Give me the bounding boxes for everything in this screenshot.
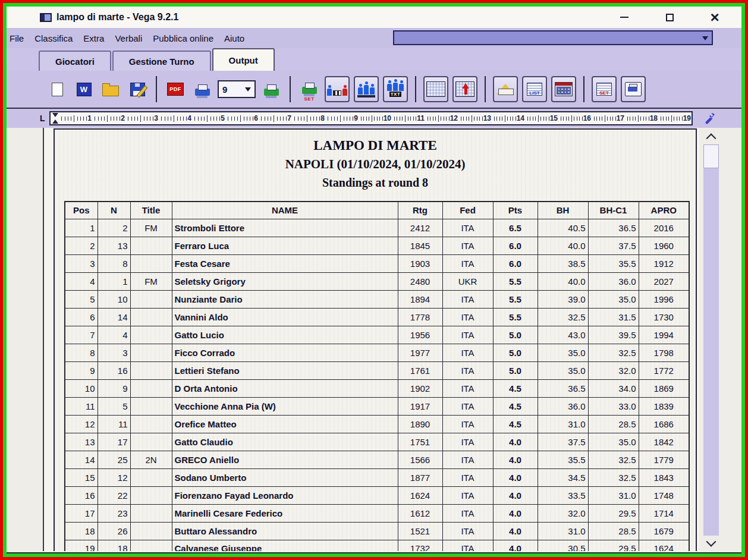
print-preview-button[interactable]: [260, 77, 282, 102]
table-cell: 6.5: [493, 219, 538, 237]
crosstable-button[interactable]: [423, 76, 448, 102]
ruler-number: 7: [287, 114, 292, 122]
menu-item-verbali[interactable]: Verbali: [109, 33, 147, 43]
font-size-select[interactable]: 9: [218, 80, 256, 98]
save-button[interactable]: [126, 77, 149, 102]
minimize-button[interactable]: [615, 9, 633, 26]
player-figure: [399, 84, 404, 91]
menu-item-file[interactable]: File: [7, 33, 29, 43]
table-cell: 13: [98, 237, 130, 254]
table-cell: 5.5: [493, 272, 538, 290]
table-row: 1317Gatto Claudio1751ITA4.037.535.01842: [65, 433, 689, 451]
tent-cards-button[interactable]: [493, 76, 518, 102]
table-cell: ITA: [442, 308, 493, 326]
print-report-button[interactable]: [621, 76, 646, 102]
ruler-number: 15: [549, 114, 558, 122]
open-tournament-button[interactable]: [99, 77, 122, 102]
ruler-number: 13: [483, 114, 492, 122]
ruler-unit: 8: [292, 112, 325, 124]
ruler-number: 3: [153, 114, 159, 122]
table-cell: 31.5: [588, 308, 639, 326]
table-cell: 2480: [398, 272, 442, 290]
table-cell: 9: [65, 361, 98, 379]
toolbar: W PDF 9 SET TXT LIST SET: [7, 71, 741, 109]
table-cell: 1751: [398, 433, 442, 451]
player-figure: [393, 83, 398, 91]
table-cell: Seletsky Grigory: [172, 272, 398, 290]
table-cell: Ferraro Luca: [172, 237, 398, 254]
players-list-button[interactable]: LIST: [522, 76, 547, 102]
ruler-settings-button[interactable]: [701, 111, 716, 126]
scroll-track[interactable]: [703, 168, 719, 536]
menu-item-extra[interactable]: Extra: [78, 33, 109, 43]
ruler-number: 18: [649, 114, 658, 122]
new-document-button[interactable]: [46, 77, 68, 102]
table-cell: [130, 379, 172, 397]
table-cell: 34.0: [588, 379, 639, 397]
table-cell: 34.5: [538, 468, 588, 486]
ruler-number: 9: [353, 114, 359, 122]
table-cell: 1839: [639, 397, 689, 415]
tab-output[interactable]: Output: [212, 48, 275, 71]
toolbar-separator: [290, 76, 291, 102]
close-button[interactable]: ×: [706, 9, 724, 26]
table-row: 614Vannini Aldo1778ITA5.532.531.51730: [65, 308, 689, 326]
calendar-icon: [555, 82, 573, 96]
table-cell: Sodano Umberto: [172, 468, 398, 486]
table-cell: 19: [65, 540, 98, 551]
vertical-scrollbar[interactable]: [701, 129, 721, 551]
table-row: 1211Orefice Matteo1890ITA4.531.028.51686: [65, 415, 689, 433]
table-cell: 2N: [130, 451, 172, 468]
menu-item-classifica[interactable]: Classifica: [29, 33, 78, 43]
list-doc-icon: LIST: [527, 83, 542, 96]
table-cell: 1903: [398, 254, 442, 272]
table-cell: 36.5: [538, 379, 588, 397]
table-row: 115Vecchione Anna Pia (W)1917ITA4.536.03…: [65, 397, 689, 415]
ruler-left-label: L: [40, 114, 49, 123]
table-cell: ITA: [442, 522, 493, 540]
tab-gestione-turno[interactable]: Gestione Turno: [112, 51, 211, 71]
print-button[interactable]: [191, 77, 213, 102]
margin-marker[interactable]: [52, 113, 59, 124]
ruler-number: 10: [383, 114, 392, 122]
table-cell: 1612: [398, 504, 442, 522]
pdf-export-button[interactable]: PDF: [164, 77, 187, 102]
chess-table-icon: [326, 83, 348, 96]
scroll-up-button[interactable]: [701, 129, 721, 144]
table-cell: ITA: [442, 219, 493, 237]
txt-export-button[interactable]: TXT: [383, 76, 408, 102]
table-cell: 11: [65, 397, 98, 415]
scroll-down-button[interactable]: [701, 536, 721, 551]
open-folder-icon: [102, 86, 119, 96]
sorted-crosstable-button[interactable]: [452, 76, 477, 102]
table-cell: 1902: [398, 379, 442, 397]
menu-item-pubblica-online[interactable]: Pubblica online: [147, 33, 219, 43]
outer-red-frame: lampo di marte - Vega 9.2.1 × FileClassi…: [0, 0, 748, 560]
calendar-button[interactable]: [551, 76, 576, 102]
maximize-button[interactable]: [661, 9, 678, 26]
table-cell: 43.0: [538, 326, 588, 344]
menu-item-aiuto[interactable]: Aiuto: [219, 33, 250, 43]
table-cell: 26: [98, 522, 130, 540]
scroll-thumb[interactable]: [703, 144, 719, 168]
table-cell: 1: [98, 272, 130, 290]
table-cell: 28.5: [588, 415, 639, 433]
printer-setup-button[interactable]: SET: [298, 77, 320, 102]
table-cell: Buttaro Alessandro: [172, 522, 398, 540]
table-cell: 1761: [398, 361, 442, 379]
title-bar: lampo di marte - Vega 9.2.1 ×: [7, 7, 741, 28]
settings-report-button[interactable]: SET: [592, 76, 617, 102]
menu-bar-items: FileClassificaExtraVerbaliPubblica onlin…: [7, 33, 250, 43]
pairings-button[interactable]: [325, 76, 350, 102]
tab-giocatori[interactable]: Giocatori: [39, 51, 111, 71]
toolbar-separator: [485, 76, 486, 102]
table-cell: 1748: [639, 486, 689, 504]
table-cell: [130, 540, 172, 551]
table-cell: 4.5: [493, 415, 538, 433]
table-cell: 32.5: [538, 308, 588, 326]
table-row: 1512Sodano Umberto1877ITA4.034.532.51843: [65, 468, 689, 486]
word-export-button[interactable]: W: [73, 77, 95, 102]
table-cell: 36.5: [588, 219, 639, 237]
standings-button[interactable]: [354, 76, 379, 102]
toolbar-combobox[interactable]: [393, 30, 713, 45]
